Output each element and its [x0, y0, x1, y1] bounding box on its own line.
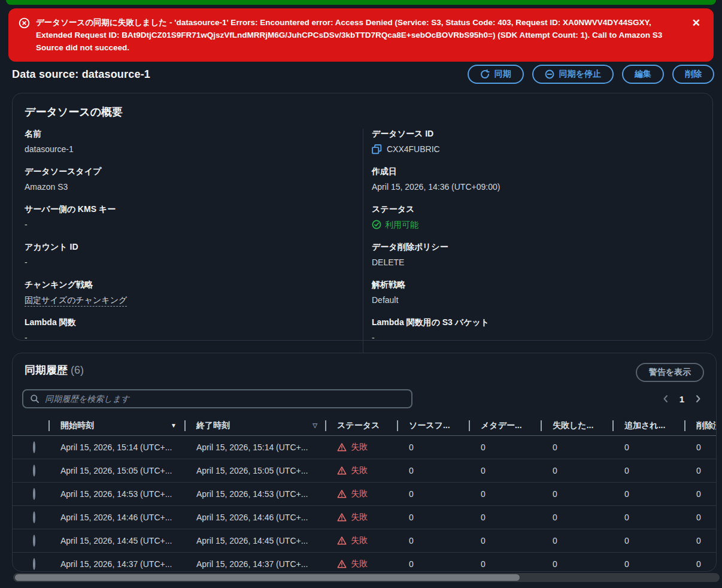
column-resize-handle[interactable] — [684, 420, 685, 431]
field-status: ステータス 利用可能 — [372, 204, 700, 230]
row-radio[interactable] — [33, 441, 35, 453]
sort-icon[interactable]: ▽ — [313, 422, 317, 429]
end-time-cell: April 15, 2026, 15:05 (UTC+... — [184, 466, 325, 475]
row-radio[interactable] — [33, 558, 35, 570]
status-cell: 失敗 — [325, 559, 397, 569]
table-row: April 15, 2026, 14:46 (UTC+... April 15,… — [13, 506, 717, 529]
horizontal-scrollbar[interactable] — [13, 573, 720, 582]
field-lambda-s3-bucket: Lambda 関数用の S3 バケット - — [372, 317, 700, 343]
header-end-time[interactable]: 終了時刻 ▽ — [184, 416, 325, 435]
failed-cell: 0 — [541, 559, 612, 569]
table-header-row: 開始時刻 ▼ 終了時刻 ▽ ステータス ソースフ... メタデー... — [13, 416, 717, 436]
overview-panel-title: データソースの概要 — [25, 105, 700, 119]
sort-desc-icon[interactable]: ▼ — [171, 422, 177, 429]
column-resize-handle[interactable] — [184, 420, 186, 431]
failed-cell: 0 — [541, 536, 612, 545]
sync-history-panel: 同期履歴 (6) 警告を表示 1 — [12, 353, 717, 572]
overview-right-column: データソース ID CXX4FUBRIC 作成日 April 15, 2026,… — [363, 129, 700, 355]
show-warnings-button[interactable]: 警告を表示 — [636, 363, 704, 382]
overview-grid: 名前 datasource-1 データソースタイプ Amazon S3 サーバー… — [25, 129, 700, 355]
header-source-files[interactable]: ソースフ... — [397, 416, 469, 435]
header-metadata[interactable]: メタデー... — [469, 416, 541, 435]
header-status[interactable]: ステータス — [325, 416, 397, 435]
horizontal-scrollbar-thumb[interactable] — [15, 574, 520, 581]
minus-circle-icon — [545, 69, 554, 79]
edit-button[interactable]: 編集 — [622, 65, 664, 84]
close-icon[interactable]: ✕ — [687, 16, 705, 31]
deleted-cell: 0 — [684, 466, 717, 475]
column-resize-handle[interactable] — [325, 420, 326, 431]
row-radio[interactable] — [33, 511, 35, 523]
status-cell: 失敗 — [325, 465, 397, 476]
warning-triangle-icon — [337, 536, 347, 545]
field-kms-key: サーバー側の KMS キー - — [25, 204, 363, 230]
start-time-cell: April 15, 2026, 15:05 (UTC+... — [48, 466, 184, 475]
added-cell: 0 — [612, 513, 684, 522]
metadata-cell: 0 — [469, 466, 541, 475]
deleted-cell: 0 — [684, 536, 717, 545]
sync-history-search — [22, 389, 412, 408]
warning-triangle-icon — [337, 442, 347, 452]
header-select — [13, 416, 48, 435]
error-circle-x-icon — [19, 17, 30, 29]
column-resize-handle[interactable] — [541, 420, 542, 431]
end-time-cell: April 15, 2026, 14:53 (UTC+... — [184, 489, 325, 499]
sync-button[interactable]: 同期 — [468, 65, 524, 84]
search-input[interactable] — [45, 394, 405, 404]
metadata-cell: 0 — [469, 442, 541, 452]
metadata-cell: 0 — [469, 559, 541, 569]
copy-icon[interactable] — [372, 144, 382, 154]
sync-history-table: 開始時刻 ▼ 終了時刻 ▽ ステータス ソースフ... メタデー... — [13, 416, 717, 572]
row-radio[interactable] — [33, 465, 35, 477]
metadata-cell: 0 — [469, 536, 541, 545]
header-deleted[interactable]: 削除済... — [684, 416, 717, 435]
chevron-right-icon[interactable] — [692, 393, 704, 405]
start-time-cell: April 15, 2026, 15:14 (UTC+... — [48, 442, 184, 452]
table-row: April 15, 2026, 15:05 (UTC+... April 15,… — [13, 459, 717, 483]
table-row: April 15, 2026, 14:45 (UTC+... April 15,… — [13, 529, 717, 553]
header-added[interactable]: 追加され... — [612, 416, 684, 435]
field-datasource-id: データソース ID CXX4FUBRIC — [372, 129, 700, 154]
field-account-id: アカウント ID - — [25, 242, 363, 268]
datasource-overview-panel: データソースの概要 名前 datasource-1 データソースタイプ Amaz… — [12, 93, 713, 341]
start-time-cell: April 15, 2026, 14:46 (UTC+... — [48, 513, 184, 522]
header-failed[interactable]: 失敗した... — [541, 416, 612, 435]
column-resize-handle[interactable] — [469, 420, 470, 431]
header-actions: 同期 同期を停止 編集 削除 — [468, 65, 714, 84]
added-cell: 0 — [612, 559, 684, 569]
header-start-time[interactable]: 開始時刻 ▼ — [48, 416, 184, 435]
error-message: データソースの同期に失敗しました - 'datasource-1' Errors… — [36, 16, 672, 54]
delete-button-label: 削除 — [685, 69, 702, 80]
table-row: April 15, 2026, 14:37 (UTC+... April 15,… — [13, 553, 717, 572]
deleted-cell: 0 — [684, 513, 717, 522]
search-icon — [30, 394, 40, 404]
chunking-strategy-link[interactable]: 固定サイズのチャンキング — [25, 295, 127, 307]
source-files-cell: 0 — [397, 559, 469, 569]
deleted-cell: 0 — [684, 489, 717, 499]
delete-button[interactable]: 削除 — [672, 65, 714, 84]
source-files-cell: 0 — [397, 466, 469, 475]
error-flashbar: データソースの同期に失敗しました - 'datasource-1' Errors… — [8, 8, 714, 62]
added-cell: 0 — [612, 442, 684, 452]
current-page[interactable]: 1 — [679, 394, 684, 404]
overview-left-column: 名前 datasource-1 データソースタイプ Amazon S3 サーバー… — [25, 129, 363, 355]
warning-triangle-icon — [337, 559, 347, 569]
metadata-cell: 0 — [469, 489, 541, 499]
row-radio[interactable] — [33, 488, 35, 500]
column-resize-handle[interactable] — [48, 420, 50, 431]
column-resize-handle[interactable] — [612, 420, 614, 431]
failed-cell: 0 — [541, 489, 612, 499]
status-cell: 失敗 — [325, 512, 397, 523]
field-created-date: 作成日 April 15, 2026, 14:36 (UTC+09:00) — [372, 166, 700, 192]
page-header: Data source: datasource-1 同期 同期を停止 編集 — [12, 64, 714, 84]
stop-sync-button[interactable]: 同期を停止 — [532, 65, 614, 84]
field-chunking-strategy: チャンキング戦略 固定サイズのチャンキング — [25, 280, 363, 305]
sync-history-count: (6) — [71, 364, 84, 376]
row-radio[interactable] — [33, 535, 35, 547]
field-name: 名前 datasource-1 — [25, 129, 363, 154]
metadata-cell: 0 — [469, 513, 541, 522]
field-datasource-type: データソースタイプ Amazon S3 — [25, 166, 363, 192]
status-badge: 利用可能 — [385, 219, 418, 230]
chevron-left-icon[interactable] — [660, 393, 672, 405]
column-resize-handle[interactable] — [397, 420, 398, 431]
